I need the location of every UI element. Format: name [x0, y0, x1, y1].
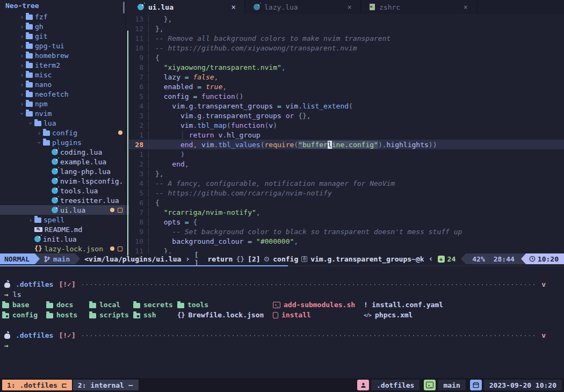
chevron-right-icon: ›	[35, 129, 43, 137]
neotree-scrollbar[interactable]	[123, 2, 125, 13]
ls-entry-install[interactable]: install	[273, 310, 363, 320]
modified-dot-badge	[110, 208, 114, 212]
tree-item-init-lua[interactable]: init.lua	[0, 234, 129, 244]
tmux-pane-separator[interactable]	[0, 265, 564, 266]
code-line[interactable]: 6{	[129, 198, 564, 207]
ls-entry-install-conf-yaml[interactable]: !install.conf.yaml	[363, 300, 564, 310]
code-line-current[interactable]: 28 end, vim.tbl_values(require("bufferli…	[129, 140, 564, 149]
unstaged-square-badge	[118, 246, 122, 251]
tree-item-iterm2[interactable]: ›iterm2	[0, 60, 129, 70]
tree-item-label: npm	[35, 100, 47, 108]
breadcrumb: [ ]return{}[2]⚙config@vim.g.transparent_…	[194, 251, 411, 267]
tree-item-npm[interactable]: ›npm	[0, 99, 129, 108]
code-text: -- https://github.com/xiyaowong/transpar…	[148, 44, 357, 52]
tab-close-icon[interactable]: ×	[348, 3, 352, 11]
git-branch-segment: main	[40, 253, 75, 264]
tree-item-plugins[interactable]: ›plugins	[0, 137, 129, 147]
code-line[interactable]: 1 │ return v.hl_group	[129, 130, 564, 140]
tree-item-readme-md[interactable]: M↓README.md	[0, 224, 129, 234]
tree-item-neofetch[interactable]: ›neofetch	[0, 89, 129, 99]
tree-item-treesitter-lua[interactable]: treesitter.lua	[0, 195, 129, 205]
folder-icon	[43, 130, 50, 136]
ls-entry-local[interactable]: local	[89, 300, 133, 310]
tab-label: lazy.lua	[264, 3, 298, 11]
ls-entry-docs[interactable]: docs	[46, 300, 89, 310]
code-line[interactable]: 8 opts = {	[129, 217, 564, 227]
ls-entry-Brewfile-lock-json[interactable]: {}Brewfile.lock.json	[177, 310, 273, 320]
tree-item-example-lua[interactable]: example.lua	[0, 157, 129, 166]
tree-item-homebrew[interactable]: ›homebrew	[0, 50, 129, 60]
code-line[interactable]: 9 -- Set background color to black so tr…	[129, 227, 564, 236]
tmux-window-2-internal[interactable]: 2: internal−	[73, 380, 139, 390]
tab-ui-lua[interactable]: ui.lua×	[129, 0, 245, 14]
code-line[interactable]: 3 vim.g.transparent_groups or {},	[129, 111, 564, 120]
tree-item-gh[interactable]: ›gh	[0, 21, 129, 31]
tree-item-config[interactable]: ›config	[0, 128, 129, 137]
tree-item-nvim-lspconfig-[interactable]: nvim-lspconfig.	[0, 176, 129, 186]
code-line[interactable]: 9{	[129, 53, 564, 62]
pending-keys: ~@k	[411, 255, 424, 263]
code-line[interactable]: 7 lazy = false,	[129, 72, 564, 82]
tree-item-lua[interactable]: ›lua	[0, 118, 129, 128]
ls-entry-base[interactable]: base	[2, 300, 46, 310]
bang-icon: !	[363, 301, 368, 309]
ls-entry-config[interactable]: config	[2, 310, 46, 320]
tab-lazy-lua[interactable]: lazy.lua×	[245, 0, 361, 14]
code-line[interactable]: 6 enabled = true,	[129, 82, 564, 91]
code-line[interactable]: 10-- https://github.com/xiyaowong/transp…	[129, 43, 564, 53]
tree-item-lazy-lock-json[interactable]: {}lazy-lock.json	[0, 244, 129, 253]
tree-item-misc[interactable]: ›misc	[0, 70, 129, 79]
shell-pane[interactable]: .dotfiles [!✓] v → ls basedocslocalsecre…	[0, 279, 564, 351]
ls-entry-scripts[interactable]: scripts	[89, 310, 133, 320]
folder-icon	[26, 53, 33, 59]
tree-item-tools-lua[interactable]: tools.lua	[0, 186, 129, 195]
tab-close-icon[interactable]: ×	[464, 3, 468, 11]
chevron-right-icon: ›	[18, 42, 26, 50]
tree-item-lang-php-lua[interactable]: lang-php.lua	[0, 166, 129, 176]
code-text: "xiyaowong/transparent.nvim",	[148, 63, 286, 71]
ls-entry-label: Brewfile.lock.json	[188, 311, 264, 319]
line-number: 28	[129, 141, 148, 149]
code-line[interactable]: 2 vim.tbl_map(function(v)	[129, 120, 564, 130]
line-number: 8	[129, 63, 148, 71]
code-line[interactable]: 3},	[129, 169, 564, 178]
command-input[interactable]: →	[0, 340, 564, 351]
code-line[interactable]: 4 vim.g.transparent_groups = vim.list_ex…	[129, 101, 564, 111]
code-line[interactable]: 12},	[129, 24, 564, 33]
line-number: 12	[129, 25, 148, 33]
tree-item-nano[interactable]: ›nano	[0, 79, 129, 89]
ls-entry-hosts[interactable]: hosts	[46, 310, 89, 320]
code-line[interactable]: 1 )	[129, 149, 564, 159]
terminal-screen: Neo-tree ›fzf›gh›git›gpg-tui›homebrew›it…	[0, 0, 564, 392]
tab-zshrc[interactable]: zshrc×	[361, 0, 477, 14]
code-line[interactable]: 10 background_colour = "#000000",	[129, 236, 564, 246]
ls-entry-add-submodules-sh[interactable]: >_add-submodules.sh	[273, 300, 363, 310]
code-line[interactable]: 11-- Remove all background colors to mak…	[129, 33, 564, 43]
tree-item-ui-lua[interactable]: ui.lua	[0, 205, 129, 215]
ls-entry-ssh[interactable]: ssh	[133, 310, 177, 320]
tree-item-git[interactable]: ›git	[0, 31, 129, 41]
tree-item-fzf[interactable]: ›fzf	[0, 12, 129, 21]
editor-scrollbar[interactable]	[127, 31, 128, 256]
ls-entry-secrets[interactable]: secrets	[133, 300, 177, 310]
braces-icon: {}	[236, 255, 244, 263]
tree-item-nvim[interactable]: ›nvim	[0, 108, 129, 118]
window-separator	[125, 0, 126, 253]
code-line[interactable]: 5 config = function()	[129, 91, 564, 101]
tab-close-icon[interactable]: ×	[232, 3, 236, 11]
ls-entry-label: local	[99, 301, 120, 309]
tree-item-coding-lua[interactable]: coding.lua	[0, 147, 129, 157]
tmux-window-1-dotfiles[interactable]: 1: .dotfiles⊏	[2, 380, 72, 390]
ls-entry-phpcs-xml[interactable]: </>phpcs.xml	[363, 310, 564, 320]
tree-item-gpg-tui[interactable]: ›gpg-tui	[0, 41, 129, 50]
tree-item-spell[interactable]: ›spell	[0, 215, 129, 224]
code-line[interactable]: 5-- https://github.com/rcarriga/nvim-not…	[129, 188, 564, 198]
code-line[interactable]: 13 },	[129, 14, 564, 24]
code-line[interactable]: 2 end,	[129, 159, 564, 169]
ls-entry-tools[interactable]: tools	[177, 300, 273, 310]
code-line[interactable]: 8 "xiyaowong/transparent.nvim",	[129, 62, 564, 72]
code-area[interactable]: 13 },12},11-- Remove all background colo…	[129, 14, 564, 253]
code-line[interactable]: 7 "rcarriga/nvim-notify",	[129, 207, 564, 217]
code-line[interactable]: 4-- A fancy, configurable, notification …	[129, 178, 564, 188]
statusline-right: ~@k ‹ + 24 42% 28:44 10:20	[411, 253, 564, 264]
